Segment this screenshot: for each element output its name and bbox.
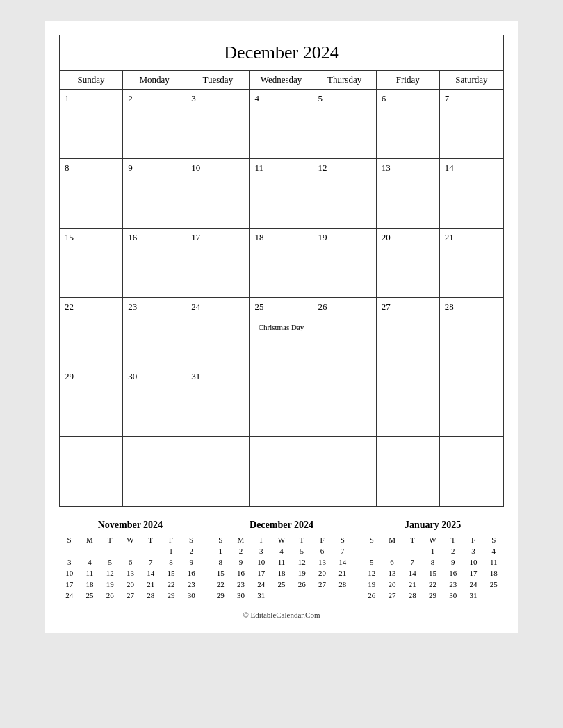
calendar-cell: 1 [60, 90, 123, 159]
mini-day-cell [484, 590, 504, 601]
mini-calendar-november: November 2024 SMTWTFS 123456789101112131… [59, 520, 202, 601]
mini-day-cell: 23 [443, 579, 463, 590]
mini-day-cell: 18 [484, 568, 504, 579]
mini-week-row: 262728293031 [361, 590, 504, 601]
mini-week-row: 10111213141516 [59, 568, 202, 579]
calendar-cell [60, 437, 123, 506]
mini-day-cell: 20 [120, 579, 140, 590]
mini-day-cell: 26 [361, 590, 382, 601]
mini-calendars-section: November 2024 SMTWTFS 123456789101112131… [59, 520, 504, 601]
mini-day-cell: 12 [100, 568, 120, 579]
mini-day-cell: 5 [292, 545, 312, 556]
calendar-cell: 18 [250, 229, 313, 298]
mini-day-cell: 4 [484, 545, 504, 556]
mini-header-cell: S [211, 534, 231, 545]
main-calendar-title: December 2024 [60, 35, 503, 71]
calendar-cell: 9 [123, 159, 186, 229]
mini-day-cell: 2 [181, 545, 202, 556]
mini-day-cell: 28 [332, 579, 352, 590]
calendar-cell: 15 [60, 229, 123, 298]
mini-header-cell: S [181, 534, 202, 545]
mini-day-cell [79, 545, 99, 556]
mini-day-cell: 8 [161, 556, 181, 568]
mini-day-cell: 21 [140, 579, 161, 590]
day-number: 4 [254, 93, 307, 104]
mini-day-cell: 20 [312, 568, 332, 579]
day-number: 17 [191, 232, 244, 243]
mini-day-cell: 10 [251, 556, 271, 568]
mini-day-cell: 26 [292, 579, 312, 590]
calendar-cell [123, 437, 186, 506]
day-number: 31 [191, 371, 244, 382]
mini-day-cell [382, 545, 402, 556]
mini-day-cell: 3 [251, 545, 271, 556]
mini-nov-header: SMTWTFS [59, 534, 202, 545]
mini-day-cell: 28 [402, 590, 423, 601]
mini-day-cell: 24 [251, 579, 271, 590]
mini-day-cell: 28 [140, 590, 161, 601]
mini-day-cell: 27 [382, 590, 402, 601]
mini-day-cell: 12 [361, 568, 382, 579]
calendar-cell [440, 367, 503, 437]
mini-day-cell: 23 [231, 579, 251, 590]
calendar-cell [377, 437, 440, 506]
day-number: 30 [128, 371, 181, 382]
mini-day-cell: 3 [59, 556, 79, 568]
mini-day-cell: 23 [181, 579, 202, 590]
day-number: 25 [254, 301, 307, 313]
mini-header-cell: S [484, 534, 504, 545]
calendar-cell: 2 [123, 90, 186, 159]
mini-dec-body: 1234567891011121314151617181920212223242… [211, 545, 353, 601]
calendar-cell: 12 [313, 159, 377, 229]
mini-header-cell: T [100, 534, 120, 545]
day-number: 27 [382, 301, 434, 313]
mini-day-cell: 2 [443, 545, 463, 556]
mini-day-cell: 25 [271, 579, 291, 590]
mini-dec-header: SMTWTFS [211, 534, 353, 545]
mini-header-cell: W [120, 534, 140, 545]
mini-day-cell: 12 [292, 556, 312, 568]
mini-day-cell: 9 [231, 556, 251, 568]
mini-day-cell: 6 [120, 556, 140, 568]
mini-jan-header: SMTWTFS [361, 534, 504, 545]
mini-day-cell: 2 [231, 545, 251, 556]
mini-dec-grid: SMTWTFS 12345678910111213141516171819202… [211, 534, 353, 601]
calendar-header-cell: Saturday [440, 71, 503, 89]
mini-day-cell: 20 [382, 579, 402, 590]
mini-day-cell [402, 545, 423, 556]
mini-day-cell: 25 [79, 590, 99, 601]
mini-jan-body: 1234567891011121314151617181920212223242… [361, 545, 504, 601]
mini-header-cell: S [361, 534, 382, 545]
mini-week-row: 24252627282930 [59, 590, 202, 601]
calendar-header-cell: Tuesday [186, 71, 250, 89]
day-number: 1 [65, 93, 117, 104]
mini-day-cell: 19 [100, 579, 120, 590]
calendar-body: 1234567891011121314151617181920212223242… [60, 90, 503, 506]
divider-1 [206, 520, 206, 601]
calendar-week: 891011121314 [60, 159, 503, 229]
calendar-cell: 13 [377, 159, 440, 229]
mini-week-row: 17181920212223 [59, 579, 202, 590]
mini-day-cell: 26 [100, 590, 120, 601]
calendar-week [60, 437, 503, 506]
calendar-cell: 7 [440, 90, 503, 159]
mini-day-cell: 14 [140, 568, 161, 579]
mini-day-cell: 24 [463, 579, 483, 590]
mini-day-cell: 29 [423, 590, 443, 601]
calendar-cell [250, 437, 313, 506]
mini-day-cell [292, 590, 312, 601]
mini-day-cell: 5 [361, 556, 382, 568]
mini-day-cell: 30 [181, 590, 202, 601]
mini-nov-body: 1234567891011121314151617181920212223242… [59, 545, 202, 601]
day-number: 23 [128, 301, 181, 313]
mini-day-cell: 17 [59, 579, 79, 590]
day-number: 9 [128, 163, 181, 174]
calendar-header-cell: Friday [377, 71, 440, 89]
mini-header-cell: T [140, 534, 161, 545]
mini-day-cell: 29 [161, 590, 181, 601]
mini-day-cell: 7 [402, 556, 423, 568]
calendar-cell: 8 [60, 159, 123, 229]
mini-day-cell: 30 [443, 590, 463, 601]
calendar-cell: 5 [313, 90, 377, 159]
mini-day-cell: 7 [140, 556, 161, 568]
